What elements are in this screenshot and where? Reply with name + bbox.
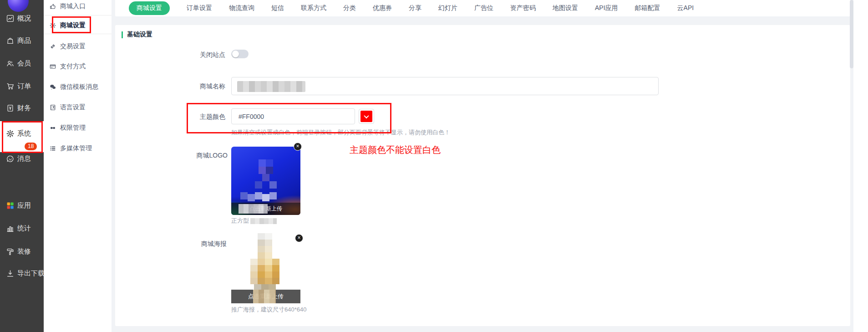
section-accent-bar [122,31,123,38]
tab-广告位[interactable]: 广告位 [474,4,493,12]
blur-pixel [269,192,277,199]
submenu-item-label: 权限管理 [60,124,86,132]
decorate-icon [6,248,14,255]
members-icon [6,60,14,67]
poster-caption: 推广海报，建议尺寸640*640 [231,306,306,314]
submenu-item-label: 商城入口 [60,2,86,10]
redacted-mall-name-value [237,81,305,92]
entry-icon [50,3,56,10]
blur-pixel [259,167,266,174]
submenu-item-交易设置[interactable]: 交易设置 [44,41,112,52]
tab-分类[interactable]: 分类 [343,4,356,12]
sidebar-item-label: 应用 [17,201,31,210]
mall-logo-label: 商城LOGO [168,152,228,160]
submenu-item-多媒体管理[interactable]: 多媒体管理 [44,143,112,154]
sidebar-item-label: 会员 [17,59,31,68]
blur-pixel [240,192,248,199]
tab-短信[interactable]: 短信 [271,4,284,12]
export-icon [6,270,14,277]
tab-邮箱配置[interactable]: 邮箱配置 [635,4,660,12]
submenu-item-label: 语言设置 [60,103,86,112]
sidebar-item-label: 概况 [17,14,31,23]
tab-云API[interactable]: 云API [677,4,694,12]
tab-API应用[interactable]: API应用 [595,4,618,12]
scrollbar-track [853,0,868,332]
submenu-item-label: 商城设置 [60,21,86,30]
mall-name-label: 商城名称 [166,82,225,91]
sidebar-item-label: 装修 [17,247,31,256]
sidebar-item-系统[interactable]: 系统 [0,127,44,140]
theme-color-picker-button[interactable] [359,109,374,124]
tab-联系方式[interactable]: 联系方式 [301,4,326,12]
tab-优惠券[interactable]: 优惠券 [373,4,392,12]
scrollbar-thumb[interactable] [850,0,853,68]
close-site-toggle[interactable] [231,50,249,58]
mall-poster-label: 商城海报 [168,240,227,248]
sidebar-item-导出下载[interactable]: 导出下载 [0,266,44,280]
logo-reupload-overlay[interactable]: 点击重新上传 [231,203,300,215]
blur-pixel [266,159,273,167]
sidebar-item-label: 导出下载 [17,269,45,278]
tab-商城设置[interactable]: 商城设置 [129,1,170,15]
sidebar-item-财务[interactable]: 财务 [0,101,44,115]
sidebar-item-应用[interactable]: 应用 [0,199,44,212]
blur-pixel [255,181,262,189]
sidebar-item-label: 财务 [17,104,31,112]
submenu-item-商城入口[interactable]: 商城入口 [44,1,112,12]
poster-reupload-overlay[interactable]: 点击重新上传 [231,290,300,303]
sidebar-item-商品[interactable]: 商品 [0,34,44,47]
theme-color-swatch [360,111,372,122]
logo-remove-button[interactable]: × [294,143,302,151]
blur-pixel [266,167,273,174]
mall-logo-image[interactable]: 点击重新上传 [231,147,300,215]
tab-物流查询[interactable]: 物流查询 [229,4,254,12]
sidebar-item-装修[interactable]: 装修 [0,245,44,258]
submenu-item-商城设置[interactable]: 商城设置 [44,20,112,31]
sidebar-item-label: 订单 [17,82,31,91]
sidebar-item-消息[interactable]: 消息 [0,152,44,165]
blur-pixel [259,159,266,167]
blur-pixel [269,181,277,189]
sidebar-item-订单[interactable]: 订单 [0,79,44,93]
annotation-note: 主题颜色不能设置白色 [350,144,441,156]
submenu-item-微信模板消息[interactable]: 微信模板消息 [44,82,112,92]
theme-color-label: 主题颜色 [166,113,225,121]
blur-pixel [262,174,269,181]
tab-资产密码[interactable]: 资产密码 [510,4,536,12]
poster-remove-button[interactable]: × [295,234,303,242]
tab-分享[interactable]: 分享 [409,4,421,12]
submenu-item-支付方式[interactable]: 支付方式 [44,61,112,72]
sidebar-item-会员[interactable]: 会员 [0,56,44,70]
goods-icon [6,37,14,45]
submenu-item-语言设置[interactable]: 语言设置 [44,102,112,113]
blur-patch [250,218,277,224]
sidebar-item-label: 商品 [17,36,31,45]
sidebar-item-label: 系统 [17,129,31,138]
payment-icon [50,63,56,70]
submenu-item-label: 微信模板消息 [60,83,98,91]
logo-caption: 正方型 [231,217,277,225]
basic-settings-card: 基础设置 关闭站点 商城名称 主题颜色 #FF0000 如果清空或设置成白色，前… [115,25,850,326]
mall-name-input[interactable] [231,77,659,95]
blur-pixel [255,192,262,199]
section-header: 基础设置 [122,31,152,39]
submenu-item-权限管理[interactable]: 权限管理 [44,123,112,133]
messages-badge: 18 [25,143,37,150]
sidebar-item-统计[interactable]: 统计 [0,221,44,235]
sidebar-item-概况[interactable]: 概况 [0,11,44,25]
tab-地图设置[interactable]: 地图设置 [553,4,578,12]
toggle-knob [232,51,239,57]
blur-pixel [248,194,255,201]
settings-tabbar: 商城设置订单设置物流查询短信联系方式分类优惠券分享幻灯片广告位资产密码地图设置A… [115,0,850,16]
apps-icon [6,202,14,209]
permission-icon [50,125,56,131]
tab-幻灯片[interactable]: 幻灯片 [438,4,457,12]
avatar[interactable] [8,0,29,12]
theme-color-hint: 如果清空或设置成白色，前端登录按钮，部分页面背景等将不显示，请勿使用白色！ [231,128,450,137]
finance-icon [6,104,14,112]
tab-订单设置[interactable]: 订单设置 [187,4,212,12]
theme-color-input[interactable]: #FF0000 [231,108,355,124]
orders-icon [6,82,14,90]
language-icon [50,104,56,111]
media-icon [50,145,56,152]
